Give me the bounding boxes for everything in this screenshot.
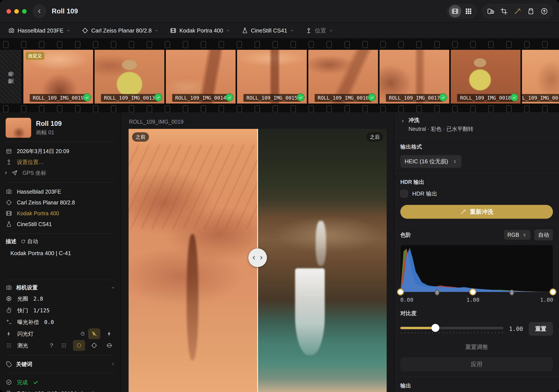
crop-tool-button[interactable] <box>498 5 510 18</box>
sprocket-hole <box>416 41 422 48</box>
metering-spot-button[interactable] <box>103 340 115 351</box>
metadata-bar: Hasselblad 203FECarl Zeiss Planar 80/2.8… <box>0 23 559 38</box>
film-frame-ROLL_109_IMG_0013[interactable]: ROLL_109_IMG_0013 <box>95 50 164 103</box>
sprocket-hole <box>183 41 188 48</box>
roll-thumbnail[interactable] <box>6 118 31 138</box>
sprocket-hole <box>345 105 350 112</box>
metadata-dropdown-camera[interactable]: Hasselblad 203FE <box>8 27 71 34</box>
frame-filename: ROLL_109_IMG_00 <box>522 94 559 102</box>
check-icon <box>298 95 303 100</box>
sprocket-hole <box>542 41 548 48</box>
sprocket-hole <box>147 105 152 112</box>
levels-handle-4[interactable] <box>550 289 556 295</box>
back-button[interactable] <box>33 5 46 18</box>
toolbar-actions <box>482 4 552 19</box>
metering-average-button[interactable] <box>73 340 85 351</box>
chevron-right-icon <box>111 362 115 366</box>
flash-off-button[interactable] <box>88 328 100 339</box>
auto-enhance-button[interactable] <box>511 5 524 18</box>
upload-icon <box>540 7 548 15</box>
open-file-external-button[interactable] <box>90 391 95 392</box>
metering-help[interactable]: ? <box>48 342 55 349</box>
compare-drag-handle[interactable] <box>248 248 267 267</box>
hdr-checkbox[interactable] <box>400 190 408 197</box>
description-auto-button[interactable]: 自动 <box>19 238 39 245</box>
redevelop-button[interactable]: 重新冲洗 <box>400 205 553 219</box>
frame-check-icon <box>225 93 233 101</box>
filmstrip-icon <box>451 7 459 15</box>
contrast-reset-button[interactable]: 重置 <box>529 322 553 336</box>
flash-help-icon[interactable] <box>80 331 85 336</box>
histogram-chart <box>401 245 553 292</box>
sprocket-hole <box>201 41 206 48</box>
add-to-album-button[interactable] <box>484 5 497 18</box>
zoom-window-button[interactable] <box>22 9 27 14</box>
levels-handle-2[interactable] <box>469 289 476 295</box>
film-frame-ROLL_109_IMG_0015[interactable]: ROLL_109_IMG_0015 <box>237 50 307 103</box>
green-check-icon <box>32 379 39 385</box>
contrast-slider-knob[interactable] <box>431 324 439 332</box>
frame-check-icon <box>83 93 91 101</box>
sidebar-row-pin[interactable]: 设置位置… <box>6 157 115 168</box>
check-icon <box>512 95 517 100</box>
tag-icon <box>6 361 12 367</box>
film-frame-ROLL_109_IMG_00[interactable]: ROLL_109_IMG_00 <box>522 50 559 103</box>
film-frame-ROLL_109_IMG_0018[interactable]: ROLL_109_IMG_0018 <box>451 50 521 103</box>
flask-icon <box>6 221 12 227</box>
hdr-section-label: HDR 输出 <box>400 178 553 186</box>
contrast-slider[interactable] <box>400 323 503 335</box>
minimize-window-button[interactable] <box>14 9 19 14</box>
film-canister-button[interactable] <box>525 5 537 18</box>
grid-view-button[interactable] <box>462 5 475 18</box>
description-text[interactable]: Kodak Portra 400 | C-41 <box>10 250 115 276</box>
levels-channel-select[interactable]: RGB <box>504 230 531 240</box>
metadata-dropdown-flask[interactable]: CineStill CS41 <box>242 27 294 34</box>
metadata-dropdown-film[interactable]: Kodak Portra 400 <box>170 27 230 34</box>
flash-on-button[interactable] <box>103 328 115 339</box>
sprocket-hole <box>183 105 188 112</box>
sprocket-hole <box>290 105 296 112</box>
calendar-icon <box>6 148 12 154</box>
sidebar-row-flask: CineStill CS41 <box>6 219 115 230</box>
sprocket-hole <box>201 105 206 112</box>
apply-button[interactable]: 应用 <box>400 357 553 371</box>
sprocket-hole <box>308 41 314 48</box>
camera-settings-label: 相机设置 <box>16 284 38 291</box>
sidebar-row-send[interactable]: GPS 坐标 <box>6 168 115 178</box>
levels-handle-0[interactable] <box>397 289 404 295</box>
sprocket-hole <box>237 41 242 48</box>
levels-histogram <box>400 245 553 292</box>
metering-matrix-button[interactable] <box>58 340 70 351</box>
metadata-dropdown-lens[interactable]: Carl Zeiss Planar 80/2.8 <box>82 27 159 34</box>
film-frame-ROLL_109_IMG_0019[interactable]: 自定义ROLL_109_IMG_0019 <box>23 50 93 103</box>
film-frame-ROLL_109_IMG_0014[interactable]: ROLL_109_IMG_0014 <box>166 50 235 103</box>
sprocket-holes-bottom <box>1 105 559 112</box>
chevron-down-icon[interactable] <box>111 285 115 290</box>
levels-handle-1[interactable] <box>435 289 439 295</box>
page-title: Roll 109 <box>52 7 78 15</box>
levels-auto-button[interactable]: 自动 <box>534 229 553 240</box>
viewer-image-title: ROLL_109_IMG_0019 <box>129 119 184 125</box>
reset-adjustments-button[interactable]: 重置调整 <box>400 343 553 351</box>
film-frame-ROLL_109_IMG_0017[interactable]: ROLL_109_IMG_0017 <box>380 50 449 103</box>
metering-center-button[interactable] <box>88 340 100 351</box>
filmstrip-view-button[interactable] <box>449 5 461 18</box>
develop-header[interactable]: 冲洗 Neutral · 彩色 · 已水平翻转 <box>400 117 553 132</box>
levels-handle-3[interactable] <box>509 289 514 295</box>
chev-d-icon <box>329 28 333 33</box>
export-button[interactable] <box>538 5 550 18</box>
title-bar: Roll 109 <box>0 0 559 23</box>
sprocket-holes-top <box>1 41 559 48</box>
output-format-select[interactable]: HEIC (16 位无损) <box>400 155 462 168</box>
metadata-dropdown-pin[interactable]: 位置 <box>306 27 333 34</box>
sprocket-hole <box>39 105 44 112</box>
sidebar-row-film[interactable]: Kodak Portra 400 <box>6 208 115 219</box>
after-image <box>258 129 387 392</box>
close-window-button[interactable] <box>7 9 11 14</box>
sprocket-hole <box>129 41 134 48</box>
chev-d-icon <box>290 28 294 33</box>
film-frame-ROLL_109_IMG_0016[interactable]: ROLL_109_IMG_0016 <box>308 50 378 103</box>
keywords-row[interactable]: 关键词 <box>6 359 115 369</box>
before-image <box>129 129 258 392</box>
sprocket-hole <box>345 41 350 48</box>
